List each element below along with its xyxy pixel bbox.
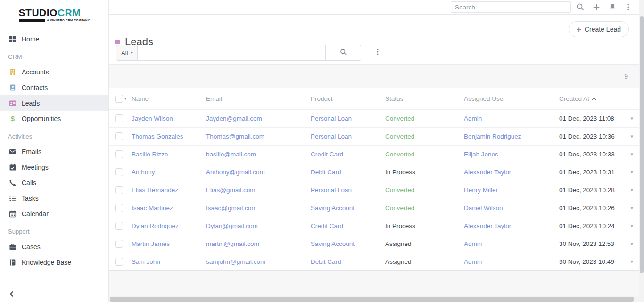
row-checkbox[interactable]: [115, 132, 123, 140]
assigned-user-link[interactable]: Admin: [464, 115, 559, 122]
created-at: 01 Dec, 2023 10:28: [559, 187, 627, 194]
row-checkbox[interactable]: [115, 258, 123, 266]
lead-status: In Process: [385, 169, 464, 176]
lead-email-link[interactable]: basilio@mail.com: [206, 151, 311, 158]
sidebar-item-emails[interactable]: Emails: [0, 144, 108, 159]
quick-create-button[interactable]: [592, 3, 601, 12]
assigned-user-link[interactable]: Henry Miller: [464, 187, 559, 194]
row-actions-caret-icon[interactable]: ▾: [630, 134, 633, 139]
list-search-input[interactable]: [138, 45, 326, 61]
assigned-user-link[interactable]: Alexander Taylor: [464, 169, 559, 176]
lead-product-link[interactable]: Personal Loan: [311, 115, 385, 122]
assigned-user-link[interactable]: Admin: [464, 258, 559, 265]
lead-status: Converted: [385, 187, 464, 194]
row-checkbox[interactable]: [115, 204, 123, 212]
row-checkbox[interactable]: [115, 168, 123, 176]
lead-product-link[interactable]: Debit Card: [311, 169, 385, 176]
column-header-created-at[interactable]: Created At: [559, 95, 627, 102]
table-row: AnthonyAnthony@gmail.comDebit CardIn Pro…: [109, 163, 639, 181]
lead-name-link[interactable]: Jayden Wilson: [132, 115, 206, 122]
filter-dropdown[interactable]: All ▾: [116, 45, 138, 61]
lead-product-link[interactable]: Personal Loan: [311, 187, 385, 194]
created-at: 01 Dec, 2023 10:33: [559, 151, 627, 158]
lead-name-link[interactable]: Thomas Gonzales: [132, 133, 206, 140]
row-actions-caret-icon[interactable]: ▾: [630, 241, 633, 246]
horizontal-scrollbar-thumb[interactable]: [110, 297, 634, 302]
lead-email-link[interactable]: Elias@gmail.com: [206, 187, 311, 194]
global-search-input[interactable]: [451, 1, 571, 13]
sidebar-item-calls[interactable]: Calls: [0, 175, 108, 190]
lead-name-link[interactable]: Anthony: [132, 169, 206, 176]
row-actions-caret-icon[interactable]: ▾: [630, 152, 633, 157]
sidebar-section-header: Activities: [8, 133, 108, 140]
lead-product-link[interactable]: Saving Account: [311, 204, 385, 212]
lead-status: Assigned: [385, 240, 464, 247]
sidebar-item-leads[interactable]: Leads: [0, 95, 108, 111]
vertical-scrollbar-thumb[interactable]: [640, 16, 644, 273]
sidebar-item-contacts[interactable]: Contacts: [0, 80, 108, 95]
sidebar-item-tasks[interactable]: Tasks: [0, 190, 108, 206]
select-menu-caret-icon[interactable]: ▾: [124, 97, 126, 101]
sidebar-item-knowledge-base[interactable]: Knowledge Base: [0, 254, 108, 270]
topbar-menu-button[interactable]: [624, 3, 633, 12]
vertical-scrollbar[interactable]: [639, 0, 644, 302]
column-header-product[interactable]: Product: [311, 95, 385, 102]
column-header-assigned-user[interactable]: Assigned User: [464, 95, 559, 102]
sidebar-item-opportunities[interactable]: $Opportunities: [0, 111, 108, 126]
lead-email-link[interactable]: Isaac@gmail.com: [206, 204, 311, 212]
create-lead-button[interactable]: + Create Lead: [569, 21, 629, 37]
global-search-button[interactable]: [576, 3, 585, 12]
sidebar-item-meetings[interactable]: Meetings: [0, 159, 108, 175]
logo-bar: [19, 19, 45, 22]
assigned-user-link[interactable]: Alexander Taylor: [464, 222, 559, 229]
lead-product-link[interactable]: Personal Loan: [311, 133, 385, 140]
lead-name-link[interactable]: Martin James: [132, 240, 206, 247]
lead-name-link[interactable]: Isaac Martinez: [132, 204, 206, 212]
column-header-email[interactable]: Email: [206, 95, 311, 102]
row-checkbox[interactable]: [115, 150, 123, 158]
row-actions-caret-icon[interactable]: ▾: [630, 188, 633, 193]
lead-product-link[interactable]: Credit Card: [311, 222, 385, 229]
row-checkbox[interactable]: [115, 114, 123, 122]
lead-email-link[interactable]: Jayden@gmail.com: [206, 115, 311, 122]
row-actions-caret-icon[interactable]: ▾: [630, 170, 633, 175]
row-checkbox[interactable]: [115, 240, 123, 248]
lead-product-link[interactable]: Saving Account: [311, 240, 385, 247]
list-search-button[interactable]: [326, 45, 361, 61]
search-icon: [340, 49, 347, 57]
lead-email-link[interactable]: martin@gmail.com: [206, 240, 311, 247]
horizontal-scrollbar[interactable]: [109, 296, 639, 302]
lead-email-link[interactable]: Anthony@gmail.com: [206, 169, 311, 176]
lead-name-link[interactable]: Dylan Rodriguez: [132, 222, 206, 229]
lead-name-link[interactable]: Elias Hernandez: [132, 187, 206, 194]
row-actions-caret-icon[interactable]: ▾: [630, 205, 633, 211]
sidebar-item-home[interactable]: Home: [0, 31, 108, 47]
sidebar-item-label: Emails: [22, 148, 41, 155]
column-header-name[interactable]: Name: [132, 95, 206, 102]
assigned-user-link[interactable]: Daniel Wilson: [464, 204, 559, 212]
sidebar-collapse-button[interactable]: [8, 291, 15, 297]
row-checkbox[interactable]: [115, 222, 123, 230]
column-header-status[interactable]: Status: [385, 95, 464, 102]
app-logo[interactable]: STUDIOCRM A VINNPRO CRM COMPANY: [19, 8, 90, 22]
row-actions-caret-icon[interactable]: ▾: [630, 259, 633, 264]
notifications-button[interactable]: [608, 3, 617, 12]
assigned-user-link[interactable]: Elijah Jones: [464, 151, 559, 158]
sidebar-item-calendar[interactable]: Calendar: [0, 206, 108, 221]
row-actions-caret-icon[interactable]: ▾: [630, 116, 633, 121]
lead-product-link[interactable]: Credit Card: [311, 151, 385, 158]
lead-name-link[interactable]: Basilio Rizzo: [132, 151, 206, 158]
lead-email-link[interactable]: Dylan@gmail.com: [206, 222, 311, 229]
select-all-checkbox[interactable]: [115, 95, 123, 103]
row-actions-caret-icon[interactable]: ▾: [630, 223, 633, 229]
sidebar-item-accounts[interactable]: Accounts: [0, 64, 108, 80]
lead-email-link[interactable]: samjohn@gmail.com: [206, 258, 311, 265]
assigned-user-link[interactable]: Admin: [464, 240, 559, 247]
lead-email-link[interactable]: Thomas@gmail.com: [206, 133, 311, 140]
lead-name-link[interactable]: Sam John: [132, 258, 206, 265]
row-checkbox[interactable]: [115, 186, 123, 194]
sidebar-item-cases[interactable]: Cases: [0, 239, 108, 254]
list-options-button[interactable]: [374, 48, 381, 57]
assigned-user-link[interactable]: Benjamin Rodriguez: [464, 133, 559, 140]
lead-product-link[interactable]: Debit Card: [311, 258, 385, 265]
